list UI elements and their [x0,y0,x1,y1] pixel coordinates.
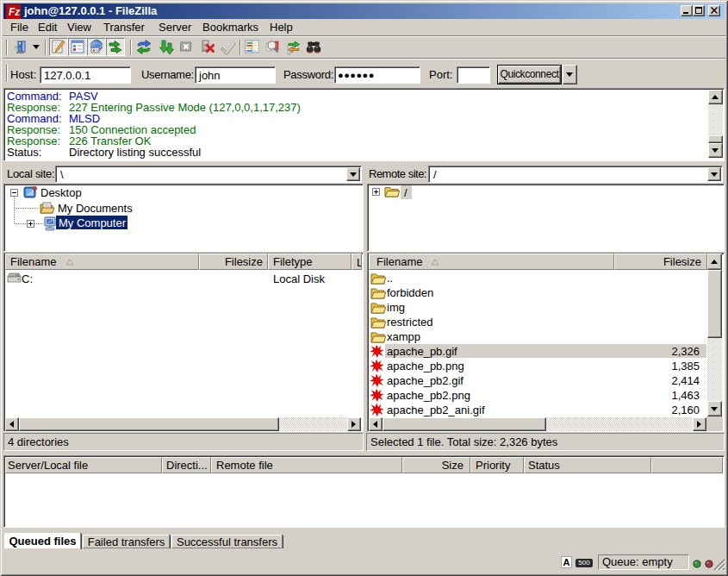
svg-text:Fz: Fz [9,6,20,18]
